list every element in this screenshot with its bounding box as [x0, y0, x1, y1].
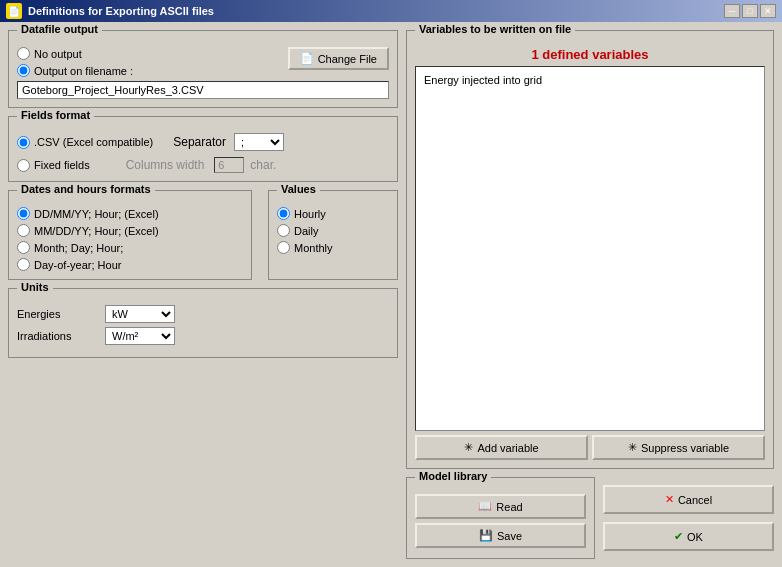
char-label: char. — [250, 158, 276, 172]
window-title: Definitions for Exporting ASCII files — [28, 5, 214, 17]
date-option-1[interactable]: MM/DD/YY; Hour; (Excel) — [17, 224, 243, 237]
values-title: Values — [277, 183, 320, 195]
dialog-buttons: ✕ Cancel ✔ OK — [603, 477, 774, 559]
model-library-title: Model library — [415, 470, 491, 482]
variables-list: Energy injected into grid — [415, 66, 765, 431]
date-option-3[interactable]: Day-of-year; Hour — [17, 258, 243, 271]
cancel-icon: ✕ — [665, 493, 674, 506]
units-title: Units — [17, 281, 53, 293]
units-group: Units Energies kW kWh MWh Irradiations W… — [8, 288, 398, 358]
minimize-button[interactable]: ─ — [724, 4, 740, 18]
file-icon: 📄 — [300, 52, 314, 65]
value-option-2[interactable]: Monthly — [277, 241, 389, 254]
window-icon: 📄 — [6, 3, 22, 19]
separator-select[interactable]: ; , Tab — [234, 133, 284, 151]
date-option-label-0: DD/MM/YY; Hour; (Excel) — [34, 208, 159, 220]
date-option-label-3: Day-of-year; Hour — [34, 259, 121, 271]
values-group: Values Hourly Daily Monthly — [268, 190, 398, 280]
cancel-button[interactable]: ✕ Cancel — [603, 485, 774, 514]
csv-label: .CSV (Excel compatible) — [34, 136, 153, 148]
add-icon: ✳ — [464, 441, 473, 454]
model-library-group: Model library 📖 Read 💾 Save — [406, 477, 595, 559]
output-on-filename-option[interactable]: Output on filename : — [17, 64, 133, 77]
dates-hours-group: Dates and hours formats DD/MM/YY; Hour; … — [8, 190, 252, 280]
variable-entry: Energy injected into grid — [420, 71, 760, 89]
csv-option[interactable]: .CSV (Excel compatible) Separator ; , Ta… — [17, 133, 389, 151]
save-icon: 💾 — [479, 529, 493, 542]
read-icon: 📖 — [478, 500, 492, 513]
change-file-button[interactable]: 📄 Change File — [288, 47, 389, 70]
variables-group: Variables to be written on file 1 define… — [406, 30, 774, 469]
datafile-output-group: Datafile output No output Output on file… — [8, 30, 398, 108]
date-option-2[interactable]: Month; Day; Hour; — [17, 241, 243, 254]
irradiations-label: Irradiations — [17, 330, 97, 342]
value-option-1[interactable]: Daily — [277, 224, 389, 237]
defined-vars-count: 1 defined variables — [415, 47, 765, 62]
close-button[interactable]: ✕ — [760, 4, 776, 18]
separator-label: Separator — [173, 135, 226, 149]
suppress-variable-button[interactable]: ✳ Suppress variable — [592, 435, 765, 460]
value-option-0[interactable]: Hourly — [277, 207, 389, 220]
value-option-label-0: Hourly — [294, 208, 326, 220]
columns-width-input[interactable] — [214, 157, 244, 173]
no-output-label: No output — [34, 48, 82, 60]
fixed-fields-option[interactable]: Fixed fields Columns width char. — [17, 157, 389, 173]
no-output-option[interactable]: No output — [17, 47, 133, 60]
fields-format-group: Fields format .CSV (Excel compatible) Se… — [8, 116, 398, 182]
ok-icon: ✔ — [674, 530, 683, 543]
suppress-icon: ✳ — [628, 441, 637, 454]
variables-title: Variables to be written on file — [415, 23, 575, 35]
date-option-0[interactable]: DD/MM/YY; Hour; (Excel) — [17, 207, 243, 220]
energies-select[interactable]: kW kWh MWh — [105, 305, 175, 323]
fields-format-title: Fields format — [17, 109, 94, 121]
title-bar: 📄 Definitions for Exporting ASCII files … — [0, 0, 782, 22]
ok-button[interactable]: ✔ OK — [603, 522, 774, 551]
maximize-button[interactable]: □ — [742, 4, 758, 18]
save-button[interactable]: 💾 Save — [415, 523, 586, 548]
value-option-label-2: Monthly — [294, 242, 333, 254]
date-option-label-2: Month; Day; Hour; — [34, 242, 123, 254]
filename-input[interactable] — [17, 81, 389, 99]
bottom-section: Model library 📖 Read 💾 Save ✕ Cancel — [406, 477, 774, 559]
date-option-label-1: MM/DD/YY; Hour; (Excel) — [34, 225, 159, 237]
output-on-filename-label: Output on filename : — [34, 65, 133, 77]
datafile-output-title: Datafile output — [17, 23, 102, 35]
dates-hours-title: Dates and hours formats — [17, 183, 155, 195]
irradiations-select[interactable]: W/m² kWh/m² — [105, 327, 175, 345]
variable-item-0: Energy injected into grid — [422, 72, 758, 88]
fixed-fields-label: Fixed fields — [34, 159, 90, 171]
energies-label: Energies — [17, 308, 97, 320]
columns-width-label: Columns width — [126, 158, 205, 172]
add-variable-button[interactable]: ✳ Add variable — [415, 435, 588, 460]
value-option-label-1: Daily — [294, 225, 318, 237]
read-button[interactable]: 📖 Read — [415, 494, 586, 519]
